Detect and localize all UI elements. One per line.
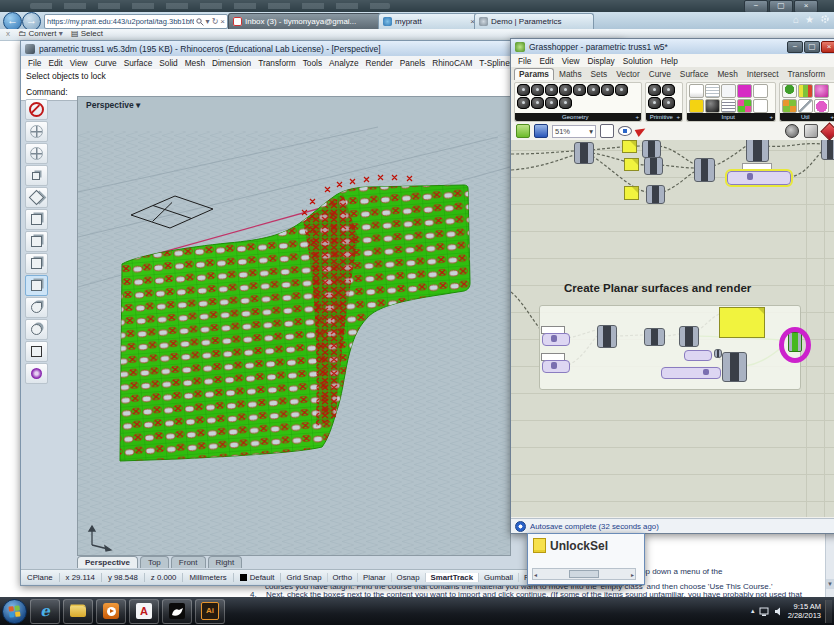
image-sampler-icon[interactable] [737,99,752,113]
refresh-icon[interactable]: ↻ [212,16,219,28]
rhino-viewport[interactable]: Perspective ▾ [77,96,511,556]
gh-menu-item[interactable]: Display [585,56,618,66]
status-units[interactable]: Millimeters [183,573,233,582]
gh-panel[interactable] [624,158,639,171]
tree-util-icon[interactable] [782,84,797,98]
input-icon[interactable] [753,99,768,113]
gh-maximize-button[interactable]: ▢ [804,41,820,53]
checker-util-icon[interactable] [782,99,797,113]
group-label-util[interactable]: Util+ [780,113,834,121]
taskbar-windows-explorer-icon[interactable] [63,599,93,624]
taskbar-media-player-icon[interactable] [96,599,126,624]
group-label-input[interactable]: Input+ [687,113,775,121]
gh-component[interactable] [644,157,663,175]
rhino-menu-item[interactable]: Panels [397,58,428,68]
picture-frame-icon[interactable] [25,341,48,362]
viewport-tab[interactable]: Right [208,556,243,568]
points-icon[interactable] [25,165,48,186]
gh-category-tab[interactable]: Curve [645,69,675,80]
gumball-icon[interactable] [25,121,48,142]
gh-component[interactable] [642,140,661,158]
gh-menu-item[interactable]: Solution [620,56,656,66]
gh-menu-item[interactable]: Edit [536,56,556,66]
gh-category-tab[interactable]: Transform [784,69,830,80]
tool-hand-icon[interactable] [25,297,48,318]
settings-gear-icon[interactable] [820,14,830,25]
status-toggle[interactable]: Planar [358,573,392,582]
status-layer[interactable]: Default [234,573,282,582]
cluster-util-icon[interactable] [814,84,829,98]
tab-gmail-inbox[interactable]: Inbox (3) - tiymonyaya@gmai... [228,13,384,29]
colour-swatch-icon[interactable] [737,84,752,98]
gh-category-tab[interactable]: Wb [830,69,834,80]
gh-panel[interactable] [624,186,639,200]
geometry-component-icon[interactable] [531,97,544,109]
bag-util-icon[interactable] [814,99,829,113]
gh-component[interactable] [574,142,594,164]
favorites-icon[interactable]: ★ [805,14,814,25]
gh-category-tab[interactable]: Mesh [713,69,741,80]
address-dropdown-icon[interactable]: ▾ [206,16,210,28]
gh-slider-small[interactable] [684,350,712,361]
taskbar-adobe-reader-icon[interactable]: A [129,599,159,624]
gh-category-tab[interactable]: Surface [676,69,713,80]
status-cplane[interactable]: CPlane [21,573,60,582]
rhino-menu-item[interactable]: Solid [156,58,180,68]
graph-mapper-icon[interactable] [689,99,704,113]
save-file-icon[interactable] [534,124,548,138]
zoom-level-box[interactable]: 51% ▾ [552,125,596,138]
rhino-menu-item[interactable]: Edit [45,58,65,68]
gh-param-nub[interactable] [714,349,722,358]
gh-component[interactable] [646,185,665,204]
rhino-menu-item[interactable]: View [67,58,91,68]
tool-snail-icon[interactable] [25,319,48,340]
status-toggle[interactable]: Ortho [328,573,359,582]
primitive-component-icon[interactable] [662,97,675,109]
hidden-icons-chevron[interactable]: ▴ [751,607,755,615]
network-icon[interactable] [759,607,770,616]
status-toggle[interactable]: SmartTrack [426,573,479,582]
slider-input-icon[interactable] [721,84,736,98]
geometry-component-icon[interactable] [531,84,544,96]
gh-slider-long[interactable] [661,367,721,379]
axis-icon[interactable] [25,187,48,208]
gh-panel-large[interactable] [719,307,765,338]
viewport-label[interactable]: Perspective ▾ [86,100,140,110]
rhino-menu-item[interactable]: RhinoCAM [429,58,475,68]
widget-icon[interactable] [804,124,818,138]
rhino-menu-item[interactable]: Analyze [326,58,362,68]
toolbar-close-icon[interactable]: x [6,29,10,38]
gh-panel[interactable] [622,140,637,153]
address-url[interactable]: https://my.pratt.edu:443/u2portal/tag.3b… [47,15,194,28]
scroll-right-icon[interactable]: ▸ [631,571,634,578]
search-icon[interactable] [196,18,204,26]
rhino-menu-item[interactable]: Curve [92,58,120,68]
taskbar-illustrator-icon[interactable]: Ai [195,599,225,624]
rhino-menu-item[interactable]: Render [363,58,396,68]
geometry-component-icon[interactable] [615,84,628,96]
gh-category-tab[interactable]: Intersect [743,69,783,80]
status-toggle[interactable]: Grid Snap [281,573,327,582]
zoom-extents-icon[interactable] [600,124,614,138]
convert-button[interactable]: 🗀 Convert ▾ [18,29,63,38]
preview-eye-icon[interactable] [618,126,632,136]
plugin-flower-icon[interactable] [25,363,48,384]
taskbar-clock[interactable]: 9:15 AM 2/28/2013 [788,602,821,620]
geometry-component-icon[interactable] [601,84,614,96]
tab-mypratt[interactable]: mypratt × [378,13,480,29]
box-3pt-icon-selected[interactable] [25,275,48,296]
gh-minimize-button[interactable]: − [787,41,803,53]
gh-component[interactable] [597,325,617,348]
status-toggle[interactable]: Gumball [479,573,519,582]
primitive-component-icon[interactable] [648,84,661,96]
popup-horizontal-scrollbar[interactable]: ◂ ▸ [532,568,636,580]
sketch-pen-icon[interactable] [635,125,648,137]
sphere-icon[interactable] [25,143,48,164]
rhino-menu-item[interactable]: Transform [255,58,299,68]
rhino-menu-item[interactable]: Dimension [209,58,254,68]
gh-slider-selected[interactable] [727,171,791,185]
rhino-command-popup[interactable]: UnlockSel ◂ ▸ [527,533,645,585]
taskbar-internet-explorer-icon[interactable]: e [30,599,60,624]
popup-command-label[interactable]: UnlockSel [550,539,608,553]
group-label-geometry[interactable]: Geometry+ [515,113,641,121]
